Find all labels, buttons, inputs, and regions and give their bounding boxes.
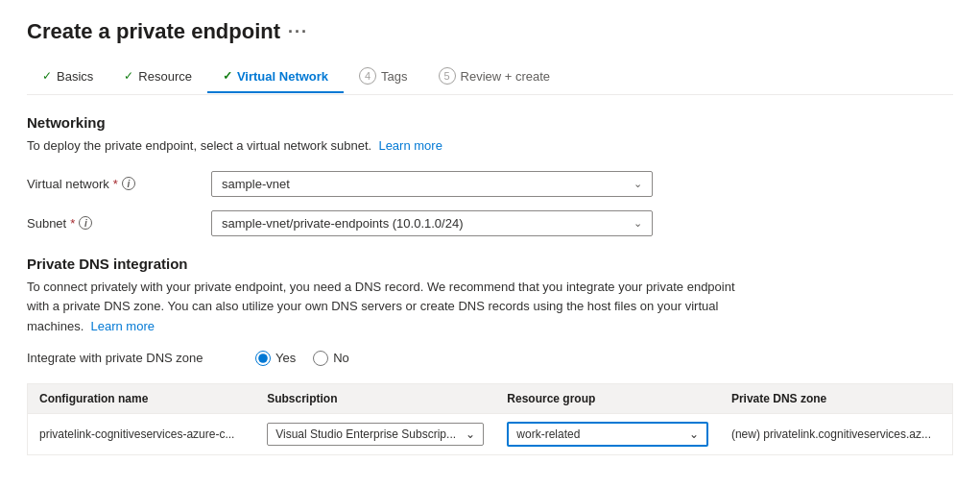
- col-dns-zone: Private DNS zone: [720, 383, 953, 413]
- cell-resource-group[interactable]: work-related ⌄: [495, 413, 720, 454]
- dns-yes-label: Yes: [275, 351, 296, 365]
- cell-config-name: privatelink-cognitiveservices-azure-c...: [28, 413, 256, 454]
- tab-resource-label: Resource: [138, 69, 192, 84]
- dns-no-label: No: [333, 351, 349, 365]
- col-resource-group: Resource group: [495, 383, 720, 413]
- cell-subscription[interactable]: Visual Studio Enterprise Subscrip... ⌄: [255, 413, 495, 454]
- col-config-name: Configuration name: [28, 383, 256, 413]
- resource-check-icon: ✓: [124, 69, 133, 83]
- integrate-dns-label: Integrate with private DNS zone: [27, 351, 238, 365]
- networking-learn-more-link[interactable]: Learn more: [378, 138, 442, 153]
- subnet-chevron-icon: ⌄: [633, 217, 642, 230]
- vnet-check-icon: ✓: [223, 69, 232, 83]
- subnet-row: Subnet * i sample-vnet/private-endpoints…: [27, 210, 953, 236]
- tab-basics[interactable]: ✓ Basics: [27, 61, 108, 93]
- tab-virtual-network-label: Virtual Network: [237, 69, 328, 84]
- virtual-network-row: Virtual network * i sample-vnet ⌄: [27, 171, 953, 197]
- tab-tags[interactable]: 4 Tags: [344, 60, 422, 94]
- dns-section-desc: To connect privately with your private e…: [27, 278, 747, 337]
- dns-yes-option[interactable]: Yes: [255, 351, 296, 366]
- dns-section-title: Private DNS integration: [27, 256, 953, 272]
- page-title-text: Create a private endpoint: [27, 19, 280, 44]
- dns-no-radio[interactable]: [313, 351, 328, 366]
- virtual-network-dropdown[interactable]: sample-vnet ⌄: [211, 171, 653, 197]
- networking-section-desc: To deploy the private endpoint, select a…: [27, 136, 953, 156]
- subnet-dropdown-value: sample-vnet/private-endpoints (10.0.1.0/…: [222, 216, 463, 231]
- subnet-required: *: [70, 216, 75, 231]
- virtual-network-info-icon[interactable]: i: [122, 177, 135, 190]
- cell-dns-zone: (new) privatelink.cognitiveservices.az..…: [720, 413, 953, 454]
- subnet-label: Subnet * i: [27, 216, 200, 231]
- dns-yes-radio[interactable]: [255, 351, 271, 366]
- page-title-ellipsis: ···: [288, 22, 308, 42]
- networking-section-title: Networking: [27, 114, 953, 131]
- table-row: privatelink-cognitiveservices-azure-c...…: [28, 413, 953, 454]
- basics-check-icon: ✓: [42, 69, 52, 83]
- tags-step-num: 4: [359, 67, 376, 85]
- subscription-dropdown-value: Visual Studio Enterprise Subscrip...: [275, 427, 456, 441]
- virtual-network-dropdown-value: sample-vnet: [222, 177, 290, 191]
- page-title: Create a private endpoint ···: [27, 19, 953, 44]
- dns-learn-more-link[interactable]: Learn more: [90, 319, 154, 333]
- virtual-network-label-text: Virtual network: [27, 177, 109, 191]
- dns-table: Configuration name Subscription Resource…: [27, 383, 953, 455]
- col-subscription: Subscription: [255, 383, 495, 413]
- tab-tags-label: Tags: [381, 69, 407, 84]
- subnet-info-icon[interactable]: i: [79, 216, 92, 230]
- virtual-network-label: Virtual network * i: [27, 177, 200, 191]
- resource-group-chevron-icon: ⌄: [689, 427, 699, 441]
- integrate-dns-row: Integrate with private DNS zone Yes No: [27, 351, 953, 366]
- tab-resource[interactable]: ✓ Resource: [108, 61, 207, 93]
- dns-section: Private DNS integration To connect priva…: [27, 256, 953, 455]
- subscription-chevron-icon: ⌄: [466, 427, 475, 441]
- wizard-tabs: ✓ Basics ✓ Resource ✓ Virtual Network 4 …: [27, 60, 953, 95]
- tab-virtual-network[interactable]: ✓ Virtual Network: [207, 61, 344, 93]
- tab-review-create-label: Review + create: [461, 69, 551, 84]
- networking-section: Networking To deploy the private endpoin…: [27, 114, 953, 236]
- tab-basics-label: Basics: [57, 69, 93, 84]
- subscription-dropdown[interactable]: Visual Studio Enterprise Subscrip... ⌄: [267, 423, 484, 446]
- networking-desc-text: To deploy the private endpoint, select a…: [27, 138, 371, 153]
- virtual-network-chevron-icon: ⌄: [633, 178, 642, 190]
- subnet-dropdown[interactable]: sample-vnet/private-endpoints (10.0.1.0/…: [211, 210, 653, 236]
- resource-group-dropdown[interactable]: work-related ⌄: [507, 422, 708, 447]
- subnet-label-text: Subnet: [27, 216, 66, 231]
- review-step-num: 5: [439, 67, 456, 85]
- virtual-network-required: *: [113, 177, 118, 191]
- dns-no-option[interactable]: No: [313, 351, 349, 366]
- resource-group-dropdown-value: work-related: [516, 427, 580, 441]
- tab-review-create[interactable]: 5 Review + create: [423, 60, 566, 94]
